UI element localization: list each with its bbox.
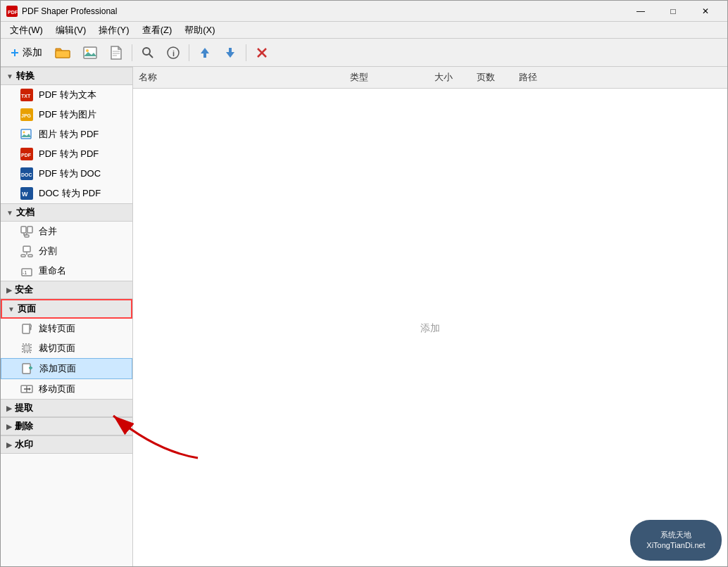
menu-edit[interactable]: 编辑(V): [49, 22, 92, 39]
svg-text:DOC: DOC: [21, 172, 32, 177]
col-type-header: 类型: [344, 70, 429, 85]
section-watermark-header[interactable]: ▶ 水印: [1, 435, 132, 454]
doc-button[interactable]: [105, 42, 127, 64]
pdf-to-doc-icon: DOC: [20, 167, 33, 180]
svg-rect-4: [56, 51, 70, 58]
title-bar: PDF PDF Shaper Professional — □ ✕: [1, 1, 727, 22]
add-page-icon: [21, 362, 34, 375]
sidebar-item-image-to-pdf[interactable]: 图片 转为 PDF: [1, 125, 132, 144]
col-path-header: 路径: [513, 70, 727, 85]
svg-rect-22: [21, 129, 31, 139]
pdf-to-doc-label: PDF 转为 DOC: [39, 167, 101, 180]
sidebar-item-split[interactable]: 分割: [1, 241, 132, 261]
svg-text:JPG: JPG: [21, 113, 32, 118]
minimize-button[interactable]: —: [625, 1, 657, 22]
search-icon: [142, 46, 154, 59]
document-icon: [110, 46, 123, 60]
image-to-pdf-label: 图片 转为 PDF: [39, 128, 99, 141]
sidebar-item-move-page[interactable]: 移动页面: [1, 379, 132, 399]
sidebar-item-rotate-page[interactable]: 旋转页面: [1, 319, 132, 338]
sidebar-item-add-page[interactable]: 添加页面: [1, 358, 132, 379]
add-button[interactable]: 添加: [5, 42, 47, 64]
section-document-label: 文档: [16, 206, 34, 219]
section-security-header[interactable]: ▶ 安全: [1, 281, 132, 299]
section-delete-header[interactable]: ▶ 删除: [1, 417, 132, 435]
watermark: 系统天地 XiTongTianDi.net: [630, 520, 722, 561]
section-convert-header[interactable]: ▼ 转换: [1, 67, 132, 85]
title-bar-title: PDF Shaper Professional: [22, 6, 117, 16]
pdf-to-text-icon: TXT: [20, 89, 33, 101]
col-name-header: 名称: [133, 70, 344, 85]
watermark-line2: XiTongTianDi.net: [646, 540, 705, 551]
menu-action[interactable]: 操作(Y): [92, 22, 135, 39]
plus-icon: [10, 48, 20, 58]
svg-point-6: [86, 49, 89, 52]
section-extract-header[interactable]: ▶ 提取: [1, 399, 132, 417]
section-watermark-label: 水印: [15, 438, 33, 451]
menu-view[interactable]: 查看(Z): [136, 22, 179, 39]
move-page-icon: [20, 383, 33, 395]
svg-rect-5: [84, 47, 96, 58]
pdf-to-pdf-icon: PDF: [20, 148, 33, 160]
delete-button[interactable]: [251, 42, 273, 64]
svg-rect-41: [24, 345, 30, 351]
sidebar-item-pdf-to-text[interactable]: TXT PDF 转为文本: [1, 85, 132, 105]
close-button[interactable]: ✕: [689, 1, 722, 22]
sidebar-item-pdf-to-doc[interactable]: DOC PDF 转为 DOC: [1, 164, 132, 184]
rename-icon: -1: [20, 265, 33, 277]
content-area: 名称 类型 大小 页数 路径 添加: [133, 67, 727, 567]
menu-file[interactable]: 文件(W): [4, 22, 49, 39]
rotate-page-icon: [20, 322, 33, 335]
rotate-page-label: 旋转页面: [39, 322, 75, 335]
svg-rect-31: [27, 227, 32, 233]
sidebar-item-doc-to-pdf[interactable]: W DOC 转为 PDF: [1, 184, 132, 203]
sidebar-item-pdf-to-image[interactable]: JPG PDF 转为图片: [1, 105, 132, 125]
image-button[interactable]: [78, 42, 102, 64]
split-label: 分割: [39, 245, 57, 257]
section-pages-header[interactable]: ▼ 页面: [1, 299, 132, 319]
svg-text:i: i: [172, 49, 175, 58]
sidebar-item-merge[interactable]: 合并: [1, 222, 132, 241]
section-delete-label: 删除: [15, 420, 33, 433]
title-bar-left: PDF PDF Shaper Professional: [6, 6, 117, 17]
info-icon: i: [167, 46, 180, 59]
svg-text:TXT: TXT: [21, 94, 31, 98]
watermark-line1: 系统天地: [646, 530, 705, 540]
svg-marker-15: [226, 48, 234, 58]
security-chevron: ▶: [6, 286, 12, 294]
section-convert-label: 转换: [16, 70, 34, 82]
move-page-label: 移动页面: [39, 383, 75, 395]
svg-point-10: [143, 48, 150, 55]
info-button[interactable]: i: [162, 42, 184, 64]
sidebar-item-rename[interactable]: -1 重命名: [1, 261, 132, 281]
menu-help[interactable]: 帮助(X): [178, 22, 221, 39]
crop-page-icon: [20, 342, 33, 355]
search-button[interactable]: [137, 42, 159, 64]
section-security-label: 安全: [15, 284, 33, 296]
section-document-header[interactable]: ▼ 文档: [1, 203, 132, 222]
col-pages-header: 页数: [471, 70, 513, 85]
down-arrow-icon: [225, 46, 236, 59]
move-up-button[interactable]: [194, 42, 216, 64]
app-window: PDF PDF Shaper Professional — □ ✕ 文件(W) …: [0, 0, 728, 567]
add-page-label: 添加页面: [39, 362, 76, 375]
delete-chevron: ▶: [6, 423, 12, 431]
sidebar: ▼ 转换 TXT PDF 转为文本 JPG: [1, 67, 133, 567]
toolbar-separator-3: [246, 44, 246, 61]
sidebar-item-pdf-to-pdf[interactable]: PDF PDF 转为 PDF: [1, 144, 132, 164]
folder-button[interactable]: [50, 42, 75, 64]
watermark-chevron: ▶: [6, 441, 12, 449]
svg-rect-33: [23, 246, 30, 252]
image-to-pdf-icon: [20, 128, 33, 141]
document-chevron: ▼: [6, 209, 13, 217]
svg-rect-34: [21, 255, 25, 257]
toolbar-separator-2: [189, 44, 189, 61]
move-down-button[interactable]: [219, 42, 241, 64]
maximize-button[interactable]: □: [657, 1, 689, 22]
pdf-to-pdf-label: PDF 转为 PDF: [39, 148, 99, 160]
col-size-header: 大小: [429, 70, 471, 85]
empty-text: 添加: [420, 322, 440, 335]
doc-to-pdf-label: DOC 转为 PDF: [39, 187, 101, 200]
up-arrow-icon: [199, 46, 211, 59]
sidebar-item-crop-page[interactable]: 裁切页面: [1, 338, 132, 358]
